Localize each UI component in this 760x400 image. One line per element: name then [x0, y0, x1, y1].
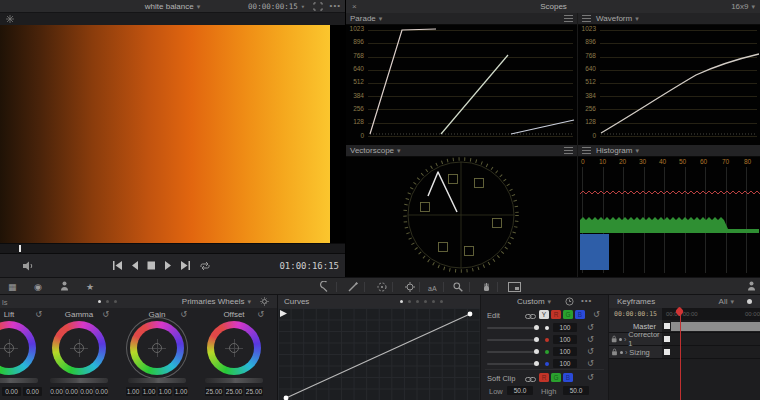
offset-master-slider[interactable]	[205, 378, 263, 383]
gear-icon[interactable]	[260, 297, 269, 306]
enable-dot-icon[interactable]	[620, 351, 623, 354]
wheel-hub[interactable]	[152, 343, 162, 353]
media-pool-icon[interactable]	[60, 281, 69, 291]
pip-box-icon[interactable]	[508, 282, 521, 292]
value-box[interactable]: 1.00	[174, 387, 188, 396]
viewer-timecode[interactable]: 00:00:00:15▾	[248, 2, 305, 11]
enable-dot-icon[interactable]	[619, 338, 622, 341]
slider-handle[interactable]	[534, 361, 539, 366]
dashed-circle-icon[interactable]	[377, 282, 387, 292]
value-box[interactable]: 1.00	[126, 387, 140, 396]
value-box[interactable]: 25.00	[245, 387, 263, 396]
value-box[interactable]: 0.00	[23, 387, 42, 396]
high-value-box[interactable]: 50.0	[563, 386, 589, 395]
reset-icon[interactable]: ↺	[593, 310, 600, 319]
ellipsis-menu-icon[interactable]: •••	[330, 1, 341, 10]
wheel-hub[interactable]	[74, 343, 84, 353]
curves-graph[interactable]	[278, 308, 480, 400]
keyframe-track-corrector[interactable]: › Corrector 1	[609, 333, 760, 346]
hook-icon[interactable]	[318, 281, 328, 292]
reset-icon[interactable]: ↺	[102, 310, 109, 319]
lift-color-wheel[interactable]	[0, 321, 36, 375]
hand-icon[interactable]	[482, 282, 491, 292]
vectorscope-label-dropdown[interactable]: Vectorscope▾	[350, 146, 401, 155]
wheels-title-dropdown[interactable]: Primaries Wheels▾	[182, 297, 251, 306]
text-size-icon[interactable]: aA	[428, 284, 437, 294]
low-value-box[interactable]: 50.0	[507, 386, 533, 395]
viewer-scrubber[interactable]	[0, 243, 345, 253]
scrubber-playhead[interactable]	[19, 245, 21, 252]
lock-icon[interactable]	[611, 348, 618, 356]
effects-icon[interactable]: ★	[86, 282, 94, 292]
curve-mode-dropdown[interactable]: Custom▾	[517, 297, 551, 306]
master-keyframe-bar[interactable]	[671, 322, 760, 331]
gamma-master-slider[interactable]	[50, 378, 108, 383]
g-value-box[interactable]: 100	[553, 347, 577, 356]
link-icon[interactable]	[525, 312, 536, 321]
r-slider-track[interactable]	[487, 339, 537, 341]
play-button[interactable]	[164, 261, 172, 270]
skip-backward-button[interactable]	[112, 261, 123, 270]
y-value-box[interactable]: 100	[553, 323, 577, 332]
b-value-box[interactable]: 100	[553, 359, 577, 368]
reset-icon[interactable]: ↺	[180, 310, 187, 319]
parade-label-dropdown[interactable]: Parade▾	[350, 14, 382, 23]
reset-icon[interactable]: ↺	[587, 373, 594, 382]
channel-b-button[interactable]: B	[575, 310, 585, 319]
reset-icon[interactable]: ↺	[587, 335, 594, 344]
reset-icon[interactable]: ↺	[35, 310, 42, 319]
value-box[interactable]: 25.00	[225, 387, 243, 396]
value-box[interactable]: 0.00	[95, 387, 108, 396]
menu-lines-icon[interactable]	[582, 15, 591, 22]
gain-master-slider[interactable]	[128, 378, 186, 383]
luts-icon[interactable]: ◉	[34, 282, 42, 292]
softclip-r-button[interactable]: R	[539, 373, 549, 382]
slider-handle[interactable]	[534, 325, 539, 330]
lift-master-slider[interactable]	[0, 378, 38, 383]
b-slider-track[interactable]	[487, 363, 537, 365]
wheels-page-dots[interactable]	[98, 300, 117, 303]
scope-settings-icon[interactable]	[564, 147, 573, 154]
keyframes-playhead-line[interactable]	[680, 308, 681, 400]
pencil-icon[interactable]	[348, 282, 358, 292]
skip-forward-button[interactable]	[180, 261, 191, 270]
ellipsis-menu-icon[interactable]: •••	[581, 296, 592, 305]
reset-icon[interactable]: ↺	[587, 347, 594, 356]
slider-handle[interactable]	[534, 349, 539, 354]
value-box[interactable]: 0.00	[65, 387, 78, 396]
expand-chevron-icon[interactable]: ›	[624, 336, 626, 343]
value-box[interactable]: 1.00	[158, 387, 172, 396]
keyframe-marker[interactable]	[664, 323, 670, 329]
reset-icon[interactable]: ↺	[587, 323, 594, 332]
value-box[interactable]: 0.00	[80, 387, 93, 396]
link-icon[interactable]	[525, 375, 536, 384]
keyframes-filter-dropdown[interactable]: All▾	[719, 297, 734, 306]
y-slider-track[interactable]	[487, 327, 537, 329]
scope-settings-icon[interactable]	[564, 15, 573, 22]
channel-y-button[interactable]: Y	[539, 310, 549, 319]
softclip-b-button[interactable]: B	[563, 373, 573, 382]
channel-r-button[interactable]: R	[551, 310, 561, 319]
clock-icon[interactable]	[565, 297, 574, 306]
magnifier-icon[interactable]	[453, 282, 463, 292]
stop-button[interactable]	[147, 261, 155, 270]
aspect-dropdown[interactable]: 16x9▾	[731, 2, 755, 11]
zoom-knob-icon[interactable]	[747, 299, 752, 304]
keyframe-track-sizing[interactable]: › Sizing	[609, 346, 760, 359]
offset-color-wheel[interactable]	[207, 321, 261, 375]
waveform-label-dropdown[interactable]: Waveform▾	[596, 14, 639, 23]
softclip-g-button[interactable]: G	[551, 373, 561, 382]
gamma-color-wheel[interactable]	[52, 321, 106, 375]
track-cell[interactable]: › Sizing	[609, 346, 662, 358]
step-backward-button[interactable]	[131, 261, 139, 270]
value-box[interactable]: 1.00	[142, 387, 156, 396]
keyframe-marker[interactable]	[664, 349, 670, 355]
histogram-label-dropdown[interactable]: Histogram▾	[596, 146, 639, 155]
viewer-canvas[interactable]	[0, 25, 345, 243]
tracker-icon[interactable]	[405, 282, 415, 292]
slider-handle[interactable]	[534, 337, 539, 342]
expand-icon[interactable]	[313, 2, 323, 11]
curves-page-dots[interactable]	[400, 300, 443, 303]
value-box[interactable]: 0.00	[50, 387, 63, 396]
volume-icon[interactable]	[22, 261, 34, 271]
